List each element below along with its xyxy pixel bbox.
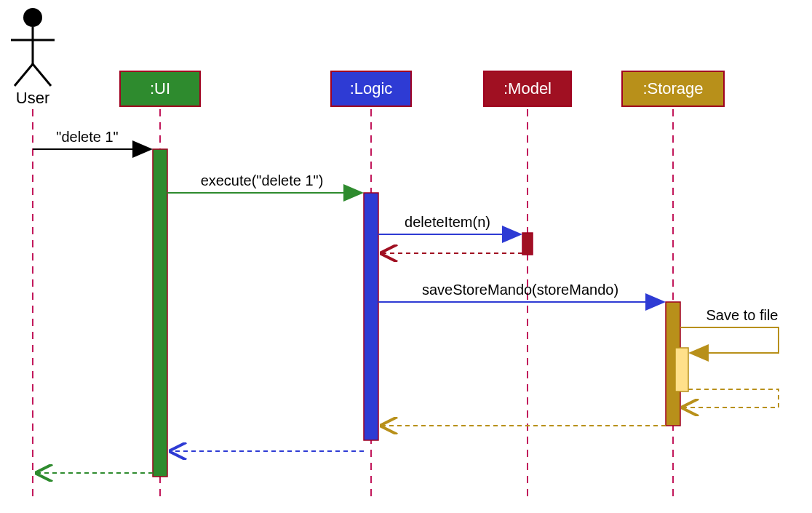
message-delete-item: deleteItem(n) — [378, 214, 520, 234]
message-save-store: saveStoreMando(storeMando) — [378, 282, 663, 302]
participant-ui-label: :UI — [150, 79, 170, 98]
actor-label: User — [16, 89, 49, 107]
participant-model-label: :Model — [503, 79, 552, 98]
activation-ui — [153, 149, 167, 477]
activation-storage-self — [675, 348, 688, 391]
participant-ui: :UI — [120, 71, 200, 106]
participant-logic-label: :Logic — [350, 79, 393, 98]
svg-text:saveStoreMando(storeMando): saveStoreMando(storeMando) — [422, 282, 618, 298]
svg-text:"delete 1": "delete 1" — [56, 129, 118, 145]
sequence-diagram: User :UI :Logic :Model :Storage "delete … — [0, 0, 812, 513]
return-storage-self — [684, 389, 779, 407]
svg-point-0 — [23, 8, 42, 27]
actor-user: User — [11, 8, 55, 107]
svg-line-4 — [33, 64, 51, 86]
activation-logic — [364, 193, 378, 440]
participant-logic: :Logic — [331, 71, 411, 106]
svg-text:execute("delete 1"): execute("delete 1") — [201, 172, 324, 188]
svg-text:deleteItem(n): deleteItem(n) — [405, 214, 490, 230]
participant-storage: :Storage — [622, 71, 724, 106]
message-execute: execute("delete 1") — [167, 172, 361, 193]
message-delete-1: "delete 1" — [33, 129, 150, 149]
participant-model: :Model — [484, 71, 571, 106]
activation-model — [522, 233, 533, 255]
svg-line-3 — [15, 64, 33, 86]
participant-storage-label: :Storage — [642, 79, 703, 98]
svg-text:Save to file: Save to file — [706, 307, 779, 323]
message-save-to-file: Save to file — [680, 307, 779, 353]
